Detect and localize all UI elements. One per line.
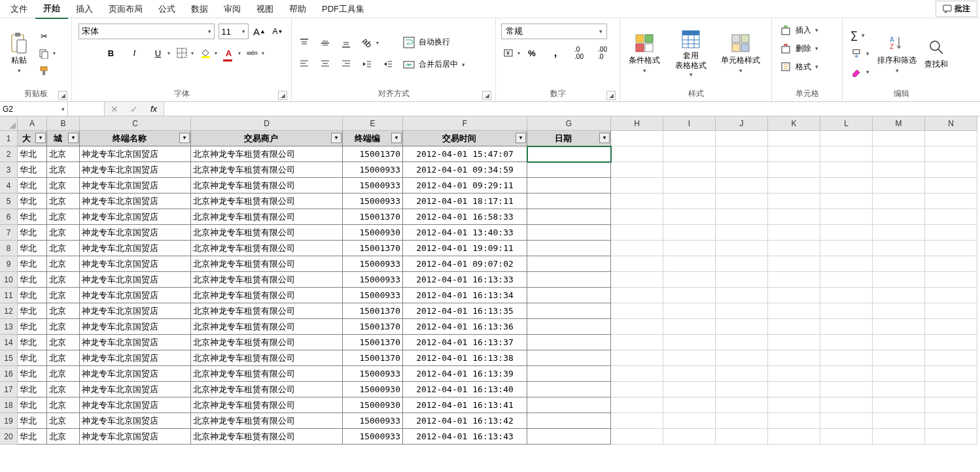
menu-file[interactable]: 文件 <box>3 0 35 18</box>
cell[interactable] <box>925 225 977 241</box>
column-header-I[interactable]: I <box>663 116 716 131</box>
clipboard-dialog-launcher[interactable]: ◢ <box>58 91 67 100</box>
cell[interactable]: 北京 <box>47 429 80 445</box>
cell[interactable] <box>820 256 873 272</box>
row-header[interactable]: 2 <box>0 146 18 162</box>
cell[interactable] <box>768 241 820 256</box>
autosum-button[interactable]: ∑▾ <box>848 27 872 43</box>
align-center-button[interactable] <box>318 57 332 71</box>
column-header-H[interactable]: H <box>611 116 663 131</box>
cell[interactable] <box>873 303 925 319</box>
delete-cells-button[interactable]: 删除▾ <box>777 41 821 56</box>
cell[interactable] <box>663 225 716 241</box>
align-top-button[interactable] <box>297 36 311 50</box>
cell[interactable]: 15000930 <box>343 382 403 397</box>
cell[interactable]: 华北 <box>18 241 47 256</box>
cell[interactable]: 北京 <box>47 303 80 319</box>
cell[interactable] <box>663 382 716 397</box>
cell[interactable] <box>925 241 977 256</box>
filter-dropdown[interactable]: ▾ <box>35 133 46 143</box>
cell[interactable] <box>527 209 611 225</box>
cell[interactable] <box>768 288 820 303</box>
cell[interactable] <box>663 413 716 429</box>
number-format-select[interactable]: 常规▾ <box>501 24 607 39</box>
cell[interactable] <box>663 303 716 319</box>
comma-button[interactable]: , <box>548 46 563 60</box>
cell[interactable] <box>611 146 663 162</box>
cell[interactable]: 华北 <box>18 225 47 241</box>
cell[interactable] <box>925 382 977 397</box>
cell[interactable] <box>768 146 820 162</box>
insert-cells-button[interactable]: 插入▾ <box>777 22 821 38</box>
cell[interactable]: 北京 <box>47 397 80 413</box>
cell[interactable] <box>820 366 873 382</box>
cell[interactable]: 北京 <box>47 288 80 303</box>
cell[interactable] <box>925 429 977 445</box>
cell[interactable]: 华北 <box>18 272 47 288</box>
cell-styles-button[interactable]: 单元格样式▾ <box>716 25 765 82</box>
cell[interactable] <box>873 350 925 366</box>
cell[interactable] <box>820 178 873 194</box>
row-header[interactable]: 7 <box>0 225 18 241</box>
cell[interactable] <box>611 366 663 382</box>
cell[interactable]: 北京神龙专车租赁有限公司 <box>191 382 343 397</box>
cell[interactable]: 2012-04-01 16:13:43 <box>403 429 527 445</box>
increase-font-button[interactable]: A▲ <box>253 24 267 39</box>
cell[interactable]: 神龙专车北京国贸店 <box>80 241 191 256</box>
cell[interactable]: 神龙专车北京国贸店 <box>80 146 191 162</box>
cell[interactable] <box>925 397 977 413</box>
cell[interactable] <box>873 272 925 288</box>
cell[interactable] <box>768 272 820 288</box>
cell[interactable]: 华北 <box>18 194 47 209</box>
cell[interactable] <box>527 397 611 413</box>
cell[interactable] <box>527 194 611 209</box>
cell[interactable] <box>527 256 611 272</box>
cell[interactable] <box>716 366 768 382</box>
cell[interactable]: 神龙专车北京国贸店 <box>80 162 191 178</box>
cell[interactable] <box>820 397 873 413</box>
cell[interactable]: 2012-04-01 16:13:41 <box>403 397 527 413</box>
cell[interactable] <box>873 241 925 256</box>
cell[interactable]: 2012-04-01 09:29:11 <box>403 178 527 194</box>
cell[interactable]: 华北 <box>18 350 47 366</box>
cell[interactable]: 2012-04-01 16:58:33 <box>403 209 527 225</box>
cell[interactable] <box>663 162 716 178</box>
increase-indent-button[interactable] <box>381 57 395 71</box>
cell[interactable] <box>611 162 663 178</box>
cell[interactable]: 15000933 <box>343 288 403 303</box>
fill-button[interactable]: ▾ <box>848 46 872 61</box>
formula-input[interactable] <box>164 102 980 116</box>
cell[interactable] <box>873 429 925 445</box>
paste-button[interactable]: 粘贴 ▾ <box>3 25 35 82</box>
cell[interactable]: 15000933 <box>343 366 403 382</box>
cell[interactable] <box>768 194 820 209</box>
cell[interactable] <box>663 241 716 256</box>
cell[interactable] <box>716 162 768 178</box>
cell[interactable]: 神龙专车北京国贸店 <box>80 256 191 272</box>
cell[interactable]: 北京神龙专车租赁有限公司 <box>191 146 343 162</box>
cell[interactable] <box>820 413 873 429</box>
filter-dropdown[interactable]: ▾ <box>179 133 190 143</box>
cell[interactable] <box>527 146 611 162</box>
cell[interactable]: 15001370 <box>343 303 403 319</box>
cell[interactable] <box>925 194 977 209</box>
cell[interactable] <box>925 350 977 366</box>
cell[interactable]: 神龙专车北京国贸店 <box>80 178 191 194</box>
cell[interactable] <box>716 272 768 288</box>
cell[interactable] <box>716 131 768 146</box>
menu-help[interactable]: 帮助 <box>281 0 314 18</box>
column-header-J[interactable]: J <box>716 116 768 131</box>
cell[interactable] <box>527 303 611 319</box>
cell[interactable]: 华北 <box>18 288 47 303</box>
cell[interactable] <box>716 209 768 225</box>
cell[interactable] <box>925 303 977 319</box>
copy-button[interactable]: ▾ <box>37 46 51 61</box>
cell[interactable]: 北京 <box>47 225 80 241</box>
cell[interactable]: 15000933 <box>343 162 403 178</box>
column-header-L[interactable]: L <box>820 116 873 131</box>
cell[interactable] <box>820 209 873 225</box>
row-header[interactable]: 3 <box>0 162 18 178</box>
filter-dropdown[interactable]: ▾ <box>599 133 610 143</box>
font-dialog-launcher[interactable]: ◢ <box>278 91 287 100</box>
cell[interactable] <box>820 131 873 146</box>
